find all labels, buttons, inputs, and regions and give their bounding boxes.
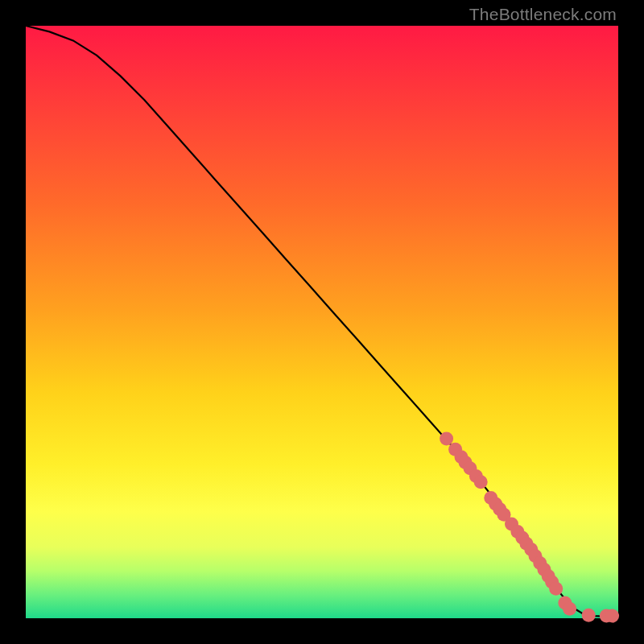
data-point: [582, 609, 596, 622]
data-point: [440, 432, 453, 446]
plot-area: [26, 26, 618, 618]
data-point: [549, 582, 563, 596]
chart-frame: TheBottleneck.com: [0, 0, 644, 644]
data-point: [605, 609, 619, 623]
bottleneck-curve: [26, 26, 618, 617]
scatter-points: [440, 432, 619, 623]
chart-svg: [26, 26, 618, 618]
watermark-text: TheBottleneck.com: [469, 5, 617, 24]
data-point: [563, 602, 576, 616]
data-point: [474, 475, 488, 489]
